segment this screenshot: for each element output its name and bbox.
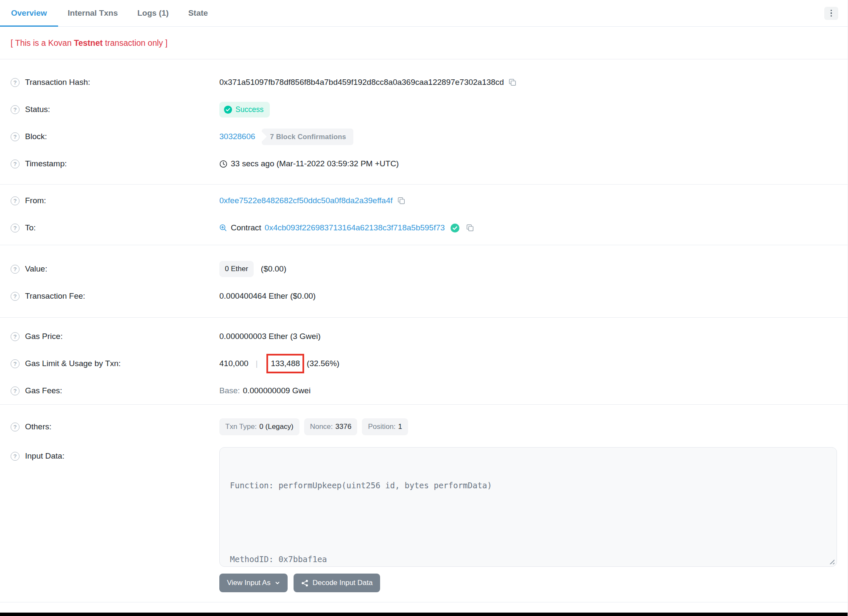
status-label: Status:	[25, 105, 50, 114]
nonce-value: 3376	[336, 423, 352, 431]
ether-value-text: 0 Ether	[225, 265, 248, 273]
help-icon[interactable]: ?	[11, 105, 20, 114]
input-blank-line	[230, 516, 826, 529]
value-label: Value:	[25, 264, 47, 274]
from-address-link[interactable]: 0xfee7522e8482682cf50ddc50a0f8da2a39effa…	[219, 196, 393, 205]
row-gas-price: ? Gas Price: 0.000000003 Ether (3 Gwei)	[0, 323, 848, 350]
tab-logs[interactable]: Logs (1)	[128, 0, 179, 26]
help-icon[interactable]: ?	[11, 423, 20, 431]
help-icon[interactable]: ?	[11, 196, 20, 205]
row-value: ? Value: 0 Ether ($0.00)	[0, 255, 848, 283]
gas-fees-base-value: 0.000000009 Gwei	[243, 386, 311, 395]
input-function-line: Function: performUpkeep(uint256 id, byte…	[230, 479, 826, 492]
tab-state-label: State	[188, 8, 208, 18]
input-data-textarea[interactable]: Function: performUpkeep(uint256 id, byte…	[219, 447, 837, 567]
status-badge: Success	[219, 102, 270, 118]
copy-icon[interactable]	[397, 197, 405, 204]
position-badge: Position: 1	[362, 418, 408, 435]
group-addresses: ? From: 0xfee7522e8482682cf50ddc50a0f8da…	[0, 185, 848, 245]
annotation-red-box: 133,488	[266, 354, 304, 373]
nonce-badge: Nonce: 3376	[304, 418, 358, 435]
row-gas-limit-usage: ? Gas Limit & Usage by Txn: 410,000 | 13…	[0, 350, 848, 377]
row-timestamp: ? Timestamp: 33 secs ago (Mar-11-2022 03…	[0, 150, 848, 177]
decode-input-data-label: Decode Input Data	[313, 579, 373, 587]
gas-fees-base-label: Base:	[219, 386, 240, 395]
block-confirmations-badge: 7 Block Confirmations	[262, 129, 353, 145]
copy-icon[interactable]	[466, 224, 474, 232]
bottom-bar	[0, 613, 848, 616]
help-icon[interactable]: ?	[11, 78, 20, 87]
to-contract-word: Contract	[231, 223, 261, 232]
block-number-link[interactable]: 30328606	[219, 132, 255, 141]
view-input-as-label: View Input As	[227, 579, 271, 587]
gas-price-value: 0.000000003 Ether (3 Gwei)	[219, 332, 321, 341]
group-gas: ? Gas Price: 0.000000003 Ether (3 Gwei) …	[0, 318, 848, 405]
help-icon[interactable]: ?	[11, 359, 20, 368]
value-usd: ($0.00)	[261, 264, 286, 274]
decode-icon	[301, 580, 308, 587]
tab-internal-txns[interactable]: Internal Txns	[58, 0, 128, 26]
nonce-label: Nonce:	[310, 423, 333, 431]
gas-limit-value: 410,000	[219, 359, 249, 368]
txn-type-value: 0 (Legacy)	[259, 423, 293, 431]
position-value: 1	[398, 423, 402, 431]
others-label: Others:	[25, 422, 51, 431]
input-methodid-line: MethodID: 0x7bbaf1ea	[230, 553, 826, 566]
help-icon[interactable]: ?	[11, 160, 20, 168]
from-label: From:	[25, 196, 46, 205]
gas-limit-label: Gas Limit & Usage by Txn:	[25, 359, 121, 368]
block-label: Block:	[25, 132, 47, 141]
chevron-down-icon	[275, 580, 280, 585]
testnet-notice-bold: Testnet	[74, 38, 103, 48]
row-others: ? Others: Txn Type: 0 (Legacy) Nonce: 33…	[0, 413, 848, 440]
status-badge-text: Success	[235, 105, 263, 114]
row-to: ? To: Contract 0x4cb093f226983713164a621…	[0, 214, 848, 241]
tab-logs-label: Logs (1)	[137, 8, 169, 18]
gas-limit-separator: |	[256, 359, 258, 368]
row-input-buttons: View Input As Decode Input Data	[0, 574, 848, 592]
group-value-fee: ? Value: 0 Ether ($0.00) ? Transaction F…	[0, 245, 848, 318]
row-input-data: ? Input Data: Function: performUpkeep(ui…	[0, 440, 848, 567]
view-input-as-button[interactable]: View Input As	[219, 574, 288, 592]
help-icon[interactable]: ?	[11, 224, 20, 232]
transaction-fee-value: 0.000400464 Ether ($0.00)	[219, 291, 316, 301]
group-others-input: ? Others: Txn Type: 0 (Legacy) Nonce: 33…	[0, 405, 848, 602]
zoom-in-icon[interactable]	[219, 224, 227, 232]
ether-value-badge: 0 Ether	[219, 261, 254, 277]
help-icon[interactable]: ?	[11, 332, 20, 341]
to-address-link[interactable]: 0x4cb093f226983713164a62138c3f718a5b595f…	[265, 223, 445, 232]
position-label: Position:	[368, 423, 395, 431]
timestamp-label: Timestamp:	[25, 159, 67, 168]
row-from: ? From: 0xfee7522e8482682cf50ddc50a0f8da…	[0, 187, 848, 214]
input-data-label: Input Data:	[25, 451, 64, 461]
help-icon[interactable]: ?	[11, 386, 20, 395]
help-icon[interactable]: ?	[11, 292, 20, 301]
gas-fees-label: Gas Fees:	[25, 386, 62, 395]
kebab-menu-icon[interactable]	[824, 7, 838, 20]
row-transaction-hash: ? Transaction Hash: 0x371a51097fb78df856…	[0, 69, 848, 96]
transaction-hash-label-wrap: ? Transaction Hash:	[11, 78, 219, 87]
help-icon[interactable]: ?	[11, 265, 20, 274]
verified-check-icon	[451, 224, 459, 232]
txn-type-label: Txn Type:	[225, 423, 257, 431]
to-label: To:	[25, 223, 36, 232]
group-overview-top: ? Transaction Hash: 0x371a51097fb78df856…	[0, 59, 848, 185]
help-icon[interactable]: ?	[11, 452, 20, 461]
row-transaction-fee: ? Transaction Fee: 0.000400464 Ether ($0…	[0, 283, 848, 310]
timestamp-value: 33 secs ago (Mar-11-2022 03:59:32 PM +UT…	[231, 159, 399, 168]
transaction-hash-value: 0x371a51097fb78df856f8b4a7bd459f192d8cc8…	[219, 78, 504, 87]
check-circle-icon	[224, 106, 232, 114]
copy-icon[interactable]	[509, 78, 516, 86]
gas-used-percent: (32.56%)	[307, 359, 339, 368]
tab-state[interactable]: State	[179, 0, 218, 26]
testnet-notice: [ This is a Kovan Testnet transaction on…	[0, 27, 848, 59]
decode-input-data-button[interactable]: Decode Input Data	[294, 574, 381, 592]
tab-overview-label: Overview	[11, 8, 47, 18]
testnet-notice-prefix: [ This is a Kovan	[11, 38, 74, 48]
transaction-detail-page: Overview Internal Txns Logs (1) State [ …	[0, 0, 848, 616]
tab-overview[interactable]: Overview	[0, 0, 58, 26]
tab-bar: Overview Internal Txns Logs (1) State	[0, 0, 848, 27]
resize-handle[interactable]	[828, 558, 834, 564]
help-icon[interactable]: ?	[11, 132, 20, 141]
txn-type-badge: Txn Type: 0 (Legacy)	[219, 418, 299, 435]
